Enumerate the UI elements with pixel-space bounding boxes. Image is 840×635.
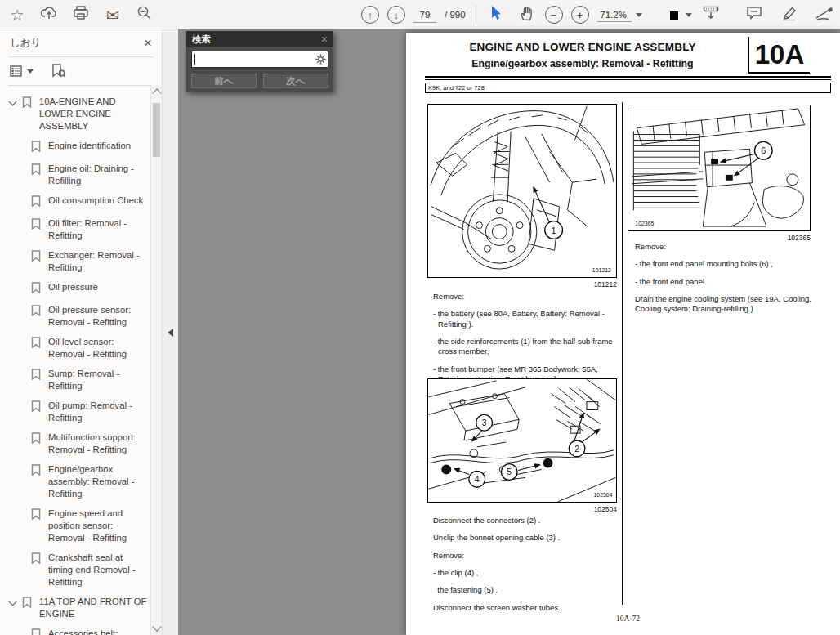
bookmark-icon xyxy=(31,218,42,233)
fill-sign-tool-button[interactable] xyxy=(814,4,835,25)
sidebar-scrollbar[interactable] xyxy=(150,85,162,635)
bookmark-icon xyxy=(31,628,42,635)
doc-subtitle: Engine/gearbox assembly: Removal - Refit… xyxy=(422,58,743,69)
figure-watermark: 102365 xyxy=(635,221,654,226)
scroll-up-icon[interactable] xyxy=(152,88,161,97)
callout-1: 1 xyxy=(552,226,556,235)
panel-divider xyxy=(162,29,178,635)
search-input[interactable] xyxy=(195,51,315,67)
email-button[interactable]: ✉ xyxy=(102,4,123,25)
comment-bubble-icon xyxy=(746,6,762,24)
search-icon xyxy=(136,5,153,25)
figure-caption: 102504 xyxy=(427,505,617,513)
search-popup-title: 検索 xyxy=(192,34,321,46)
doc-paragraph: Remove: xyxy=(433,551,619,561)
bookmark-item[interactable]: 10A-ENGINE AND LOWER ENGINE ASSEMBLY xyxy=(8,96,147,132)
hand-tool-button[interactable] xyxy=(516,4,537,25)
bookmark-item[interactable]: Engine/gearbox assembly: Removal - Refit… xyxy=(8,463,147,500)
zoom-level-dropdown[interactable]: 71.2% xyxy=(597,8,642,22)
chevron-down-icon[interactable] xyxy=(8,597,19,608)
top-toolbar: ☆ ✉ ↑ ↓ xyxy=(0,0,840,29)
right-text-block-1: Remove:- the front end panel mounting bo… xyxy=(635,242,821,322)
chevron-down-icon xyxy=(686,13,692,17)
next-page-button[interactable]: ↓ xyxy=(387,6,405,24)
close-icon[interactable]: × xyxy=(321,33,328,46)
doc-title: ENGINE AND LOWER ENGINE ASSEMBLY xyxy=(422,41,743,53)
bookmark-item[interactable]: Oil pump: Removal - Refitting xyxy=(8,400,147,424)
left-text-block-2: Disconnect the connectors (2) .Unclip th… xyxy=(433,516,619,620)
scrolling-mode-button[interactable] xyxy=(700,4,722,25)
bookmark-item[interactable]: Oil consumption Check xyxy=(8,195,147,210)
bookmark-icon xyxy=(22,96,33,111)
bookmark-icon xyxy=(31,282,42,297)
search-tool-button[interactable] xyxy=(134,4,155,25)
page-total-label: / 990 xyxy=(445,10,466,20)
doc-paragraph: - the side reinforcements (1) from the h… xyxy=(433,337,617,357)
plus-icon: + xyxy=(577,9,583,21)
figure-watermark: 102504 xyxy=(594,492,613,498)
figure-caption: 101212 xyxy=(427,280,617,288)
callout-4: 4 xyxy=(475,475,480,484)
scrollbar-thumb[interactable] xyxy=(153,103,160,157)
select-tool-button[interactable] xyxy=(486,4,507,25)
bookmark-icon xyxy=(31,141,42,155)
column-divider xyxy=(622,102,623,605)
page-display-dropdown[interactable] xyxy=(664,5,692,25)
collapse-panel-icon[interactable] xyxy=(168,329,173,337)
hand-icon xyxy=(519,6,534,25)
bookmark-item[interactable]: Accessories belt: Removal - Refitting xyxy=(8,628,147,635)
doc-paragraph: Disconnect the screen washer tubes. xyxy=(433,603,619,613)
previous-page-button[interactable]: ↑ xyxy=(361,6,379,24)
scroll-down-icon[interactable] xyxy=(152,622,161,631)
bookmark-item[interactable]: Oil level sensor: Removal - Refitting xyxy=(8,336,147,360)
bookmark-item[interactable]: Oil filter: Removal - Refitting xyxy=(8,217,147,242)
bookmark-icon xyxy=(31,305,42,320)
search-popup: 検索 × 前へ 次へ xyxy=(186,31,333,92)
bookmark-icon xyxy=(31,250,42,265)
bookmark-label: Oil pump: Removal - Refitting xyxy=(48,400,147,424)
bookmark-item[interactable]: Crankshaft seal at timing end Removal - … xyxy=(8,552,147,588)
page-number-input[interactable] xyxy=(413,7,436,23)
bookmark-icon xyxy=(31,432,42,447)
chevron-down-icon[interactable] xyxy=(8,97,19,108)
bookmark-options-button[interactable] xyxy=(8,60,34,82)
bookmark-item[interactable]: Engine oil: Draining - Refilling xyxy=(8,163,147,187)
gear-icon xyxy=(315,53,327,65)
highlight-tool-button[interactable] xyxy=(779,4,800,25)
zoom-in-button[interactable]: + xyxy=(571,6,589,24)
search-previous-button[interactable]: 前へ xyxy=(191,74,257,88)
zoom-out-button[interactable]: − xyxy=(545,6,563,24)
bookmark-label: Engine identification xyxy=(48,140,147,152)
printer-icon xyxy=(73,6,89,24)
bookmark-list: 10A-ENGINE AND LOWER ENGINE ASSEMBLYEngi… xyxy=(0,85,150,635)
print-button[interactable] xyxy=(70,4,92,25)
bookmark-label: Sump: Removal - Refitting xyxy=(48,368,147,392)
doc-paragraph: Disconnect the connectors (2) . xyxy=(433,516,619,525)
bookmark-item[interactable]: Multifunction support: Removal - Refitti… xyxy=(8,432,147,456)
share-button[interactable] xyxy=(38,4,60,25)
callout-3: 3 xyxy=(482,418,487,427)
cloud-upload-icon xyxy=(40,6,58,24)
search-next-button[interactable]: 次へ xyxy=(263,74,328,88)
search-popup-titlebar[interactable]: 検索 × xyxy=(186,31,333,47)
favorites-button[interactable]: ☆ xyxy=(7,4,28,25)
search-options-button[interactable] xyxy=(315,51,328,67)
bookmark-item[interactable]: Engine identification xyxy=(8,140,147,155)
close-icon[interactable]: × xyxy=(144,35,152,51)
doc-paragraph: Unclip the bonnet opening cable (3) . xyxy=(433,533,619,543)
pdf-page: ENGINE AND LOWER ENGINE ASSEMBLY Engine/… xyxy=(406,33,840,635)
comment-tool-button[interactable] xyxy=(744,4,765,25)
star-icon: ☆ xyxy=(10,7,24,23)
bookmark-item[interactable]: Sump: Removal - Refitting xyxy=(8,368,147,392)
bookmark-item[interactable]: Oil pressure sensor: Removal - Refitting xyxy=(8,304,147,329)
bookmark-item[interactable]: Oil pressure xyxy=(8,281,147,297)
bookmark-label: Accessories belt: Removal - Refitting xyxy=(48,628,147,635)
figure-wheel-arch: 1 101212 xyxy=(427,104,617,278)
pdf-viewer-window: ☆ ✉ ↑ ↓ xyxy=(0,0,840,635)
bookmarks-panel: しおり × 10A-ENGINE AND LOWER ENGINE ASSEMB… xyxy=(0,29,162,635)
bookmark-item[interactable]: Exchanger: Removal - Refitting xyxy=(8,249,147,274)
find-current-bookmark-button[interactable] xyxy=(47,60,69,82)
bookmark-item[interactable]: Engine speed and position sensor: Remova… xyxy=(8,508,147,544)
doc-paragraph: - the front end panel. xyxy=(635,277,821,287)
bookmark-item[interactable]: 11A TOP AND FRONT OF ENGINE xyxy=(8,596,147,620)
